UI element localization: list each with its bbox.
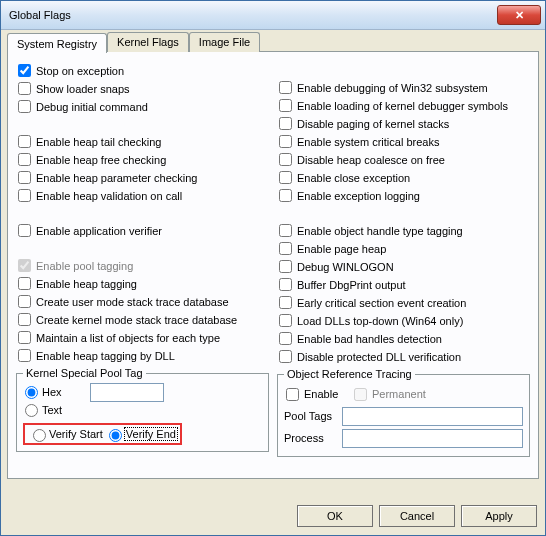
chk-kernel-debugger-symbols[interactable]: Enable loading of kernel debugger symbol…: [277, 97, 530, 114]
ort-process-input[interactable]: [342, 429, 523, 448]
chk-disable-paging-kernel-stacks[interactable]: Disable paging of kernel stacks: [277, 115, 530, 132]
dialog-body: System Registry Kernel Flags Image File …: [7, 31, 539, 493]
cancel-button[interactable]: Cancel: [379, 505, 455, 527]
chk-ort-enable[interactable]: Enable: [284, 386, 342, 403]
title-bar: Global Flags ✕: [1, 1, 545, 30]
chk-system-critical-breaks[interactable]: Enable system critical breaks: [277, 133, 530, 150]
chk-heap-tail-checking[interactable]: Enable heap tail checking: [16, 133, 269, 150]
kspt-legend: Kernel Special Pool Tag: [23, 367, 146, 379]
window-title: Global Flags: [9, 9, 497, 21]
radio-text[interactable]: [25, 404, 38, 417]
radio-verify-end[interactable]: [109, 429, 122, 442]
chk-stop-on-exception[interactable]: Stop on exception: [16, 62, 269, 79]
verify-highlight: Verify Start Verify End: [23, 423, 182, 445]
dialog-buttons: OK Cancel Apply: [297, 505, 537, 527]
tab-system-registry[interactable]: System Registry: [7, 33, 107, 53]
chk-object-handle-type-tagging[interactable]: Enable object handle type tagging: [277, 222, 530, 239]
kernel-special-pool-tag-group: Kernel Special Pool Tag Hex Text Verify …: [16, 367, 269, 452]
dialog-window: Global Flags ✕ System Registry Kernel Fl…: [0, 0, 546, 536]
chk-heap-parameter-checking[interactable]: Enable heap parameter checking: [16, 169, 269, 186]
chk-exception-logging[interactable]: Enable exception logging: [277, 187, 530, 204]
chk-heap-free-checking[interactable]: Enable heap free checking: [16, 151, 269, 168]
chk-kernel-stack-trace-db[interactable]: Create kernel mode stack trace database: [16, 311, 269, 328]
chk-debug-win32[interactable]: Enable debugging of Win32 subsystem: [277, 79, 530, 96]
object-reference-tracing-group: Object Reference Tracing Enable Permanen…: [277, 368, 530, 457]
chk-pool-tagging: Enable pool tagging: [16, 257, 269, 274]
tab-kernel-flags[interactable]: Kernel Flags: [107, 32, 189, 52]
chk-disable-heap-coalesce[interactable]: Disable heap coalesce on free: [277, 151, 530, 168]
ort-legend: Object Reference Tracing: [284, 368, 415, 380]
ort-pool-tags-input[interactable]: [342, 407, 523, 426]
chk-early-critical-section[interactable]: Early critical section event creation: [277, 294, 530, 311]
chk-application-verifier[interactable]: Enable application verifier: [16, 222, 269, 239]
chk-user-stack-trace-db[interactable]: Create user mode stack trace database: [16, 293, 269, 310]
chk-show-loader-snaps[interactable]: Show loader snaps: [16, 80, 269, 97]
radio-hex[interactable]: [25, 386, 38, 399]
x-icon: ✕: [515, 9, 524, 22]
radio-verify-start[interactable]: [33, 429, 46, 442]
chk-disable-protected-dll-verification[interactable]: Disable protected DLL verification: [277, 348, 530, 365]
chk-buffer-dbgprint[interactable]: Buffer DbgPrint output: [277, 276, 530, 293]
ort-pool-tags-label: Pool Tags: [284, 410, 342, 422]
tab-strip: System Registry Kernel Flags Image File: [7, 31, 539, 51]
chk-close-exception[interactable]: Enable close exception: [277, 169, 530, 186]
left-column: Stop on exception Show loader snaps Debu…: [16, 62, 269, 457]
chk-heap-tagging[interactable]: Enable heap tagging: [16, 275, 269, 292]
chk-page-heap[interactable]: Enable page heap: [277, 240, 530, 257]
close-button[interactable]: ✕: [497, 5, 541, 25]
chk-heap-validation-on-call[interactable]: Enable heap validation on call: [16, 187, 269, 204]
chk-maintain-object-list[interactable]: Maintain a list of objects for each type: [16, 329, 269, 346]
ok-button[interactable]: OK: [297, 505, 373, 527]
ort-process-label: Process: [284, 432, 342, 444]
chk-debug-initial-command[interactable]: Debug initial command: [16, 98, 269, 115]
tab-image-file[interactable]: Image File: [189, 32, 260, 52]
apply-button[interactable]: Apply: [461, 505, 537, 527]
chk-ort-permanent: Permanent: [352, 386, 410, 403]
chk-heap-tagging-by-dll[interactable]: Enable heap tagging by DLL: [16, 347, 269, 364]
chk-debug-winlogon[interactable]: Debug WINLOGON: [277, 258, 530, 275]
kspt-value-input[interactable]: [90, 383, 164, 402]
right-column: Enable debugging of Win32 subsystem Enab…: [277, 62, 530, 457]
chk-bad-handles-detection[interactable]: Enable bad handles detection: [277, 330, 530, 347]
tab-panel: Stop on exception Show loader snaps Debu…: [7, 51, 539, 479]
chk-load-dlls-top-down[interactable]: Load DLLs top-down (Win64 only): [277, 312, 530, 329]
